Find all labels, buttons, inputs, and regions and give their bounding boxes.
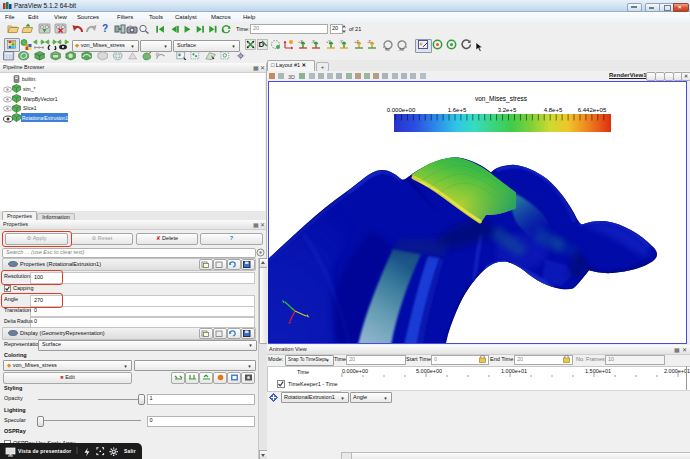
svg-text:-Z: -Z: [367, 39, 371, 44]
svg-text:0.000e+00: 0.000e+00: [387, 107, 416, 113]
svg-text:90: 90: [385, 47, 390, 52]
svg-text:4.8e+5: 4.8e+5: [544, 107, 563, 113]
svg-text:+X: +X: [298, 39, 303, 44]
svg-text:-Y: -Y: [339, 39, 343, 44]
svg-text:6.442e+05: 6.442e+05: [578, 107, 607, 113]
svg-text:-X: -X: [311, 39, 315, 44]
svg-text:3.2e+5: 3.2e+5: [498, 107, 517, 113]
svg-text:3D: 3D: [288, 74, 295, 80]
svg-text:1.6e+5: 1.6e+5: [448, 107, 467, 113]
svg-text:+Z: +Z: [354, 39, 359, 44]
svg-text:von_Mises_stress: von_Mises_stress: [475, 95, 528, 103]
svg-text:D: D: [259, 40, 265, 49]
svg-text:+Y: +Y: [326, 39, 331, 44]
svg-text:-90: -90: [398, 47, 405, 52]
